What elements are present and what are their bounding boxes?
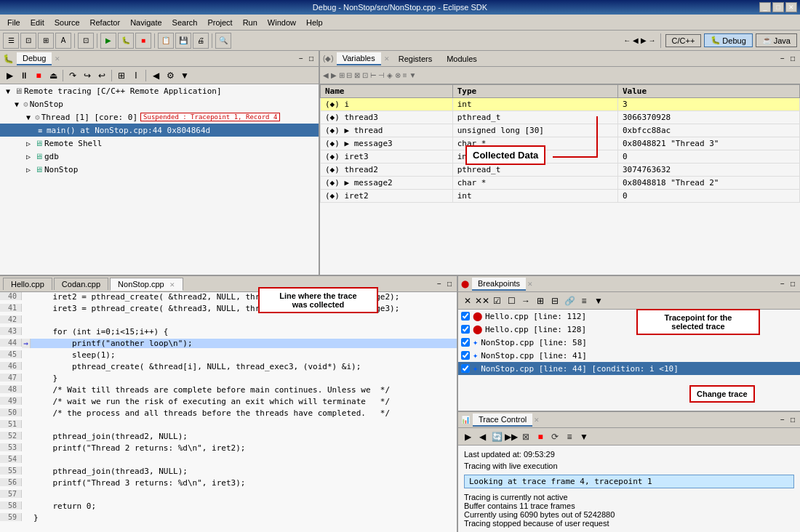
toolbar-btn-debug[interactable]: 🐛 [118, 33, 134, 49]
perspective-cpp[interactable]: C/C++ [665, 34, 702, 47]
var-name[interactable]: (◆) iret3 [321, 150, 453, 164]
toolbar-btn-run[interactable]: ▶ [100, 33, 116, 49]
bp-import[interactable]: ⊟ [548, 294, 561, 307]
bp-settings[interactable]: ≡ [577, 294, 591, 307]
bp-item[interactable]: ✦ NonStop.cpp [line: 41] [458, 349, 800, 362]
debug-minimize[interactable]: − [297, 55, 305, 63]
var-name[interactable]: (◆) ▶ thread [321, 124, 453, 137]
tab-variables[interactable]: Variables [337, 52, 381, 65]
bp-maximize[interactable]: □ [788, 280, 797, 288]
tab-modules[interactable]: Modules [441, 53, 483, 65]
var-tab-close[interactable]: ✕ [384, 55, 390, 63]
tree-item-gdb[interactable]: ▷ 🖥 gdb [0, 150, 319, 163]
tab-hello[interactable]: Hello.cpp [3, 278, 52, 290]
var-name[interactable]: (◆) ▶ message3 [321, 137, 453, 150]
bp-check[interactable] [461, 338, 470, 347]
var-name[interactable]: (◆) thread3 [321, 111, 453, 124]
debug-step-over[interactable]: ↪ [81, 69, 94, 82]
debug-disconnect[interactable]: ⏏ [47, 69, 60, 82]
tree-item-remote[interactable]: ▼ 🖥 Remote tracing [C/C++ Remote Applica… [0, 84, 319, 97]
var-name[interactable]: (◆) thread2 [321, 164, 453, 177]
debug-tab-close[interactable]: ✕ [55, 55, 60, 63]
menu-help[interactable]: Help [302, 17, 327, 28]
code-maximize[interactable]: □ [445, 280, 454, 288]
var-name[interactable]: (◆) i [321, 98, 453, 111]
bp-menu[interactable]: ▼ [592, 294, 605, 307]
debug-suspend[interactable]: ⏸ [17, 69, 31, 82]
var-name[interactable]: (◆) iret2 [321, 190, 453, 203]
tab-nonstop[interactable]: NonStop.cpp ✕ [110, 278, 183, 291]
menu-search[interactable]: Search [168, 17, 202, 28]
code-tab-close[interactable]: ✕ [169, 281, 175, 289]
toolbar-btn-save[interactable]: 💾 [175, 33, 191, 49]
trace-last[interactable]: ▶▶ [505, 430, 518, 443]
tab-codan[interactable]: Codan.cpp [54, 278, 108, 290]
trace-change[interactable]: ⟳ [548, 430, 561, 443]
menu-source[interactable]: Source [50, 17, 84, 28]
toolbar-btn-print[interactable]: 🖨 [193, 33, 209, 49]
bp-link[interactable]: 🔗 [563, 294, 576, 307]
tab-registers[interactable]: Registers [393, 53, 438, 65]
toolbar-btn-2[interactable]: ⊡ [20, 33, 36, 49]
trace-stop-vis[interactable]: ⊠ [519, 430, 532, 443]
trace-tab-close[interactable]: ✕ [534, 416, 540, 424]
close-button[interactable]: ✕ [785, 2, 797, 12]
bp-tab-close[interactable]: ✕ [527, 281, 533, 288]
toolbar-btn-5[interactable]: ⊡ [78, 33, 94, 49]
trace-start[interactable]: ▶ [461, 430, 474, 443]
menu-window[interactable]: Window [263, 17, 300, 28]
bp-minimize[interactable]: − [778, 280, 787, 288]
toolbar-btn-stop[interactable]: ■ [135, 33, 151, 49]
debug-settings[interactable]: ⚙ [164, 69, 177, 82]
code-minimize[interactable]: − [435, 280, 444, 288]
menu-edit[interactable]: Edit [26, 17, 49, 28]
debug-instruction[interactable]: I [129, 69, 143, 82]
bp-disable[interactable]: ☐ [505, 294, 518, 307]
toolbar-btn-1[interactable]: ☰ [3, 33, 19, 49]
bp-remove[interactable]: ✕ [461, 294, 474, 307]
code-area[interactable]: 40 iret2 = pthread_create( &thread2, NUL… [0, 292, 457, 532]
tree-item-remote-shell[interactable]: ▷ 🖥 Remote Shell [0, 137, 319, 150]
bp-check[interactable] [461, 351, 470, 360]
menu-run[interactable]: Run [239, 17, 262, 28]
debug-use-step-filters[interactable]: ⊞ [115, 69, 128, 82]
debug-resume[interactable]: ▶ [3, 69, 16, 82]
bp-check[interactable] [461, 312, 470, 321]
var-maximize[interactable]: □ [788, 55, 797, 63]
maximize-button[interactable]: □ [772, 2, 784, 12]
bp-remove-all[interactable]: ✕✕ [476, 294, 489, 307]
bp-export[interactable]: ⊞ [534, 294, 547, 307]
tree-item-nonstop-root[interactable]: ▼ ⚙ NonStop [0, 97, 319, 110]
tree-item-nonstop2[interactable]: ▷ 🖥 NonStop [0, 163, 319, 176]
var-name[interactable]: (◆) ▶ message2 [321, 177, 453, 190]
debug-maximize[interactable]: □ [307, 55, 316, 63]
trace-tab[interactable]: Trace Control [473, 414, 532, 427]
debug-menu[interactable]: ▼ [178, 69, 191, 82]
menu-project[interactable]: Project [203, 17, 236, 28]
trace-stop2[interactable]: ■ [534, 430, 547, 443]
perspective-java[interactable]: ☕ Java [756, 33, 797, 47]
var-minimize[interactable]: − [778, 55, 787, 63]
toolbar-btn-new[interactable]: 📋 [158, 33, 174, 49]
debug-step-return[interactable]: ↩ [95, 69, 108, 82]
window-controls[interactable]: _ □ ✕ [759, 2, 797, 12]
trace-next[interactable]: 🔄 [490, 430, 503, 443]
trace-prev[interactable]: ◀ [476, 430, 489, 443]
debug-tab[interactable]: Debug [17, 52, 52, 65]
bp-check[interactable] [461, 364, 470, 373]
trace-settings[interactable]: ≡ [563, 430, 576, 443]
trace-minimize[interactable]: − [778, 416, 787, 424]
trace-maximize[interactable]: □ [788, 416, 797, 424]
bp-item[interactable]: ⬤ Hello.cpp [line: 128] [458, 323, 800, 336]
bp-item[interactable]: ✦ NonStop.cpp [line: 58] [458, 336, 800, 349]
toolbar-btn-4[interactable]: A [55, 33, 71, 49]
bp-goto[interactable]: → [519, 294, 532, 307]
minimize-button[interactable]: _ [759, 2, 771, 12]
tree-item-thread1[interactable]: ▼ ⚙ Thread [1] [core: 0] Suspended : Tra… [0, 110, 319, 124]
bp-tab[interactable]: Breakpoints [472, 278, 526, 291]
perspective-debug[interactable]: 🐛 Debug [704, 33, 752, 47]
debug-step-into[interactable]: ↷ [66, 69, 79, 82]
toolbar-search[interactable]: 🔍 [215, 33, 231, 49]
tree-item-main[interactable]: ≡ main() at NonStop.cpp:44 0x804864d [0, 124, 319, 137]
menu-navigate[interactable]: Navigate [126, 17, 166, 28]
